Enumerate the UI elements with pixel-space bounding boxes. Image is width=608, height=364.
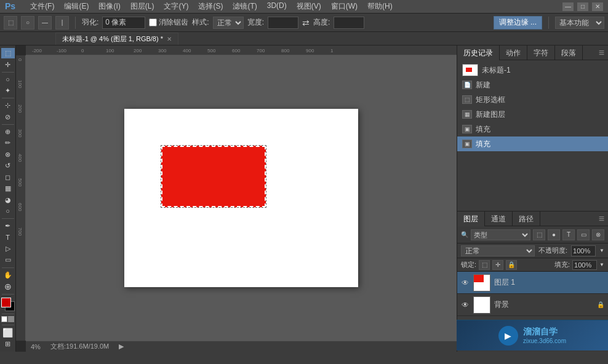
tool-blur-btn[interactable]: ◕ — [1, 194, 15, 205]
canvas-container[interactable] — [26, 55, 457, 341]
lock-all-btn[interactable]: 🔒 — [506, 260, 517, 270]
menu-select[interactable]: 选择(S) — [198, 1, 223, 12]
ruler-mark: 200 — [134, 48, 142, 53]
tool-zoom-btn[interactable]: ⊕ — [1, 281, 15, 292]
filter-shape-btn[interactable]: ▭ — [577, 229, 590, 240]
menu-edit[interactable]: 编辑(E) — [64, 1, 89, 12]
tool-shape-btn[interactable]: ▭ — [1, 255, 15, 265]
foreground-color-swatch[interactable] — [1, 298, 11, 307]
workspace-select[interactable]: 基本功能 — [555, 17, 604, 29]
menu-image[interactable]: 图像(I) — [98, 1, 120, 12]
tool-single-col[interactable]: | — [55, 16, 69, 30]
maximize-button[interactable]: □ — [577, 2, 588, 11]
feather-input[interactable] — [102, 17, 145, 29]
tool-marquee-btn[interactable]: ⬚ — [1, 48, 15, 58]
antialias-check[interactable] — [149, 18, 157, 26]
menu-type[interactable]: 文字(Y) — [164, 1, 188, 12]
fill-down-icon[interactable]: ▼ — [599, 262, 604, 267]
tool-gradient-btn[interactable]: ▦ — [1, 183, 15, 194]
ruler-mark: 300 — [158, 48, 166, 53]
history-icon-fill1: ▣ — [462, 125, 472, 133]
tab-layers[interactable]: 图层 — [457, 212, 485, 226]
tab-paragraph[interactable]: 段落 — [555, 46, 583, 60]
menu-3d[interactable]: 3D(D) — [267, 1, 287, 12]
tab-close-button[interactable]: ✕ — [167, 36, 172, 42]
height-input[interactable] — [334, 17, 364, 29]
document-tab[interactable]: 未标题-1 @ 4% (图层 1, RGB/8) * ✕ — [55, 33, 178, 45]
menu-view[interactable]: 视图(V) — [297, 1, 321, 12]
close-button[interactable]: ✕ — [592, 2, 603, 11]
blend-mode-select[interactable]: 正常 — [461, 245, 535, 256]
tool-path-btn[interactable]: ▷ — [1, 243, 15, 254]
tool-ellipse-marquee[interactable]: ○ — [21, 16, 34, 30]
tool-hand-btn[interactable]: ✋ — [1, 269, 15, 280]
width-input[interactable] — [268, 17, 298, 29]
filter-smart-btn[interactable]: ⊗ — [592, 229, 604, 240]
tool-pen-btn[interactable]: ✒ — [1, 221, 15, 231]
tool-text-btn[interactable]: T — [1, 232, 15, 242]
layout-btn[interactable]: ⊞ — [1, 339, 15, 349]
screen-mode-btn[interactable]: ⬜ — [1, 327, 15, 338]
tab-actions[interactable]: 动作 — [500, 46, 527, 60]
opacity-down-icon[interactable]: ▼ — [599, 248, 604, 253]
filter-type-btn[interactable]: T — [562, 229, 575, 240]
menu-file[interactable]: 文件(F) — [30, 1, 54, 12]
tool-single-row[interactable]: — — [38, 16, 52, 30]
tab-history[interactable]: 历史记录 — [457, 46, 500, 60]
tool-eyedropper-btn[interactable]: ⊘ — [1, 112, 15, 122]
ruler-mark: -100 — [57, 48, 66, 53]
tool-heal-btn[interactable]: ⊕ — [1, 127, 15, 137]
layer-lock-icon: 🔒 — [597, 301, 604, 308]
history-item-new[interactable]: 📄 新建 — [457, 77, 608, 92]
history-snapshot[interactable]: 未标题-1 — [457, 63, 608, 77]
swap-icon[interactable]: ⇄ — [302, 18, 310, 28]
tab-character[interactable]: 字符 — [527, 46, 555, 60]
tool-wand-btn[interactable]: ✦ — [1, 85, 15, 96]
layer-item-bg[interactable]: 👁 背景 🔒 — [457, 294, 608, 316]
history-item-rect[interactable]: ⬚ 矩形选框 — [457, 92, 608, 107]
quick-mask-btn[interactable] — [8, 316, 14, 322]
filter-adj-btn[interactable]: ● — [548, 229, 560, 240]
tool-history-brush-btn[interactable]: ↺ — [1, 160, 15, 171]
tool-brush-btn[interactable]: ✏ — [1, 138, 15, 148]
layer-visibility-1[interactable]: 👁 — [461, 279, 470, 287]
tool-lasso-btn[interactable]: ○ — [1, 74, 15, 85]
panel-options-btn[interactable]: ≡ — [595, 46, 608, 60]
history-item-newlayer[interactable]: ▦ 新建图层 — [457, 107, 608, 122]
layers-panel-options-btn[interactable]: ≡ — [595, 212, 608, 226]
minimize-button[interactable]: — — [562, 2, 574, 11]
tool-dodge-btn[interactable]: ○ — [1, 206, 15, 216]
lock-move-btn[interactable]: ✛ — [492, 260, 503, 270]
fill-input[interactable] — [572, 260, 597, 270]
filter-select[interactable]: 类型 — [471, 229, 530, 240]
menu-filter[interactable]: 滤镜(T) — [233, 1, 257, 12]
opacity-input[interactable] — [571, 245, 596, 256]
nav-arrow[interactable]: ▶ — [119, 342, 124, 350]
history-item-fill2[interactable]: ▣ 填充 — [457, 136, 608, 151]
style-select[interactable]: 正常 — [213, 17, 244, 29]
tool-crop-btn[interactable]: ⊹ — [1, 100, 15, 111]
history-item-fill1[interactable]: ▣ 填充 — [457, 122, 608, 136]
layer-visibility-bg[interactable]: 👁 — [461, 301, 470, 309]
ruler-mark: 800 — [281, 48, 289, 53]
tab-paths[interactable]: 路径 — [513, 212, 540, 226]
refine-edge-button[interactable]: 调整边缘 ... — [494, 16, 542, 30]
tool-eraser-btn[interactable]: ◻ — [1, 172, 15, 183]
tab-channels[interactable]: 通道 — [485, 212, 513, 226]
standard-mode-btn[interactable] — [1, 316, 7, 322]
color-swatches[interactable] — [1, 298, 15, 311]
menu-help[interactable]: 帮助(H) — [367, 1, 393, 12]
tool-move-btn[interactable]: ✛ — [1, 59, 15, 69]
layer-item-1[interactable]: 👁 图层 1 — [457, 272, 608, 294]
lock-pixels-btn[interactable]: ⬚ — [479, 260, 490, 270]
ruler-v-mark: 700 — [17, 228, 23, 235]
menu-window[interactable]: 窗口(W) — [331, 1, 358, 12]
tool-rect-marquee[interactable]: ⬚ — [4, 16, 17, 30]
menu-layer[interactable]: 图层(L) — [130, 1, 154, 12]
antialias-checkbox[interactable]: 消除锯齿 — [149, 17, 188, 28]
filter-pixel-btn[interactable]: ⬚ — [533, 229, 545, 240]
history-icon-rect: ⬚ — [462, 95, 472, 104]
tool-clone-btn[interactable]: ⊗ — [1, 149, 15, 160]
canvas-document[interactable] — [124, 109, 358, 287]
tab-title: 未标题-1 @ 4% (图层 1, RGB/8) * — [62, 34, 163, 44]
